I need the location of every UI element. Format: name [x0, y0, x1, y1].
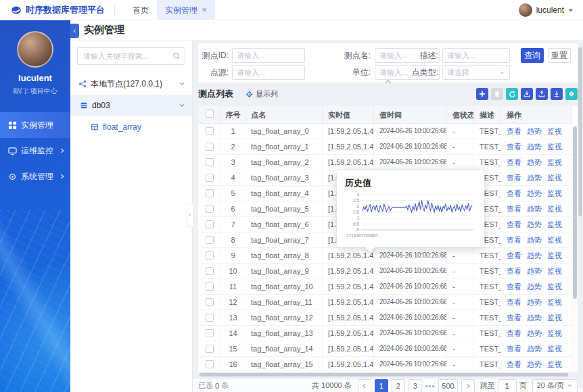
monitor-link[interactable]: 监视 — [547, 155, 562, 170]
sidebar-item-system-management[interactable]: 系统管理 — [0, 164, 70, 189]
next-page-button[interactable] — [461, 379, 475, 392]
row-checkbox[interactable] — [206, 158, 214, 166]
view-link[interactable]: 查看 — [507, 264, 521, 278]
point-source-input[interactable] — [232, 65, 305, 80]
tab-home[interactable]: 首页 — [124, 0, 157, 20]
monitor-link[interactable]: 监视 — [547, 310, 562, 325]
collapse-tree-panel-button[interactable]: ‹ — [187, 203, 193, 227]
row-checkbox[interactable] — [206, 298, 214, 306]
page-ellipsis[interactable]: ••• — [425, 382, 436, 390]
monitor-link[interactable]: 监视 — [547, 186, 562, 201]
page-button-2[interactable]: 2 — [392, 379, 405, 392]
tree-node-db03[interactable]: db03 — [70, 95, 192, 116]
row-checkbox[interactable] — [206, 345, 214, 353]
page-button-500[interactable]: 500 — [438, 379, 457, 392]
close-tab-icon[interactable]: ✕ — [202, 7, 207, 14]
monitor-link[interactable]: 监视 — [547, 124, 562, 139]
refresh-button[interactable] — [506, 88, 518, 100]
row-checkbox[interactable] — [206, 360, 214, 368]
view-link[interactable]: 查看 — [507, 295, 521, 310]
select-all-checkbox[interactable] — [206, 109, 214, 118]
row-checkbox[interactable] — [206, 189, 214, 197]
view-link[interactable]: 查看 — [507, 341, 521, 356]
page-button-3[interactable]: 3 — [409, 379, 422, 392]
page-size-select[interactable]: 20 条/页 — [532, 379, 578, 392]
row-checkbox[interactable] — [206, 314, 214, 322]
row-checkbox[interactable] — [206, 205, 214, 213]
trend-link[interactable]: 趋势 — [527, 232, 542, 247]
monitor-link[interactable]: 监视 — [547, 217, 562, 232]
view-link[interactable]: 查看 — [507, 170, 521, 185]
import-button[interactable] — [521, 88, 533, 100]
monitor-link[interactable]: 监视 — [547, 357, 562, 372]
row-checkbox[interactable] — [206, 267, 214, 275]
row-checkbox[interactable] — [206, 236, 214, 244]
view-link[interactable]: 查看 — [507, 124, 521, 139]
trend-link[interactable]: 趋势 — [527, 279, 542, 294]
row-checkbox[interactable] — [206, 174, 214, 182]
monitor-link[interactable]: 监视 — [547, 264, 562, 278]
monitor-link[interactable]: 监视 — [547, 139, 562, 154]
tag-button[interactable] — [565, 88, 578, 100]
trend-link[interactable]: 趋势 — [527, 170, 542, 185]
chevron-down-icon[interactable] — [179, 80, 185, 87]
row-checkbox[interactable] — [206, 127, 214, 135]
trend-link[interactable]: 趋势 — [527, 341, 542, 356]
monitor-link[interactable]: 监视 — [547, 326, 562, 341]
page-scrollbar[interactable] — [578, 42, 582, 388]
delete-button[interactable] — [491, 88, 503, 100]
trend-link[interactable]: 趋势 — [527, 357, 542, 372]
monitor-link[interactable]: 监视 — [547, 232, 562, 247]
monitor-link[interactable]: 监视 — [547, 201, 562, 216]
jump-page-input[interactable] — [498, 379, 517, 392]
monitor-link[interactable]: 监视 — [547, 295, 562, 310]
page-button-1[interactable]: 1 — [375, 379, 388, 392]
show-columns-button[interactable]: 显示列 — [240, 88, 283, 101]
trend-link[interactable]: 趋势 — [527, 310, 542, 325]
sidebar-item-operations-monitoring[interactable]: 运维监控 — [0, 138, 70, 164]
tree-node-float-array[interactable]: float_array — [70, 116, 192, 138]
row-checkbox[interactable] — [206, 220, 214, 228]
view-link[interactable]: 查看 — [507, 310, 521, 325]
trend-link[interactable]: 趋势 — [527, 295, 542, 310]
trend-link[interactable]: 趋势 — [527, 186, 542, 201]
download-button[interactable] — [551, 88, 563, 100]
view-link[interactable]: 查看 — [507, 217, 521, 232]
monitor-link[interactable]: 监视 — [547, 170, 562, 185]
query-button[interactable]: 查询 — [521, 48, 544, 63]
chevron-down-icon[interactable] — [179, 102, 185, 109]
prev-page-button[interactable] — [358, 379, 371, 392]
view-link[interactable]: 查看 — [507, 201, 521, 216]
view-link[interactable]: 查看 — [507, 326, 521, 341]
tree-node-local[interactable]: 本地节点(127.0.0.1) — [70, 73, 192, 95]
view-link[interactable]: 查看 — [507, 186, 521, 201]
trend-link[interactable]: 趋势 — [527, 326, 542, 341]
monitor-link[interactable]: 监视 — [547, 279, 562, 294]
add-button[interactable] — [476, 88, 488, 100]
trend-link[interactable]: 趋势 — [527, 124, 542, 139]
point-type-select[interactable]: 请选择 — [442, 65, 510, 80]
filter-collapse-toggle[interactable] — [384, 79, 392, 84]
monitor-link[interactable]: 监视 — [547, 248, 562, 263]
row-checkbox[interactable] — [206, 143, 214, 151]
row-checkbox[interactable] — [206, 251, 214, 260]
export-button[interactable] — [536, 88, 548, 100]
trend-link[interactable]: 趋势 — [527, 139, 542, 154]
row-checkbox[interactable] — [206, 283, 214, 291]
table-horizontal-scrollbar[interactable] — [198, 373, 578, 377]
table-vertical-scrollbar[interactable] — [572, 124, 578, 372]
view-link[interactable]: 查看 — [507, 279, 521, 294]
trend-link[interactable]: 趋势 — [527, 217, 542, 232]
view-link[interactable]: 查看 — [507, 248, 521, 263]
view-link[interactable]: 查看 — [507, 155, 521, 170]
trend-link[interactable]: 趋势 — [527, 248, 542, 263]
user-menu[interactable]: luculent — [519, 3, 583, 17]
view-link[interactable]: 查看 — [507, 232, 521, 247]
sidebar-item-instance-management[interactable]: 实例管理 — [0, 112, 70, 138]
trend-link[interactable]: 趋势 — [527, 155, 542, 170]
view-link[interactable]: 查看 — [507, 139, 521, 154]
view-link[interactable]: 查看 — [507, 357, 521, 372]
point-id-input[interactable] — [232, 48, 305, 63]
trend-link[interactable]: 趋势 — [527, 201, 542, 216]
tab-instance-management[interactable]: 实例管理 ✕ — [157, 0, 215, 20]
